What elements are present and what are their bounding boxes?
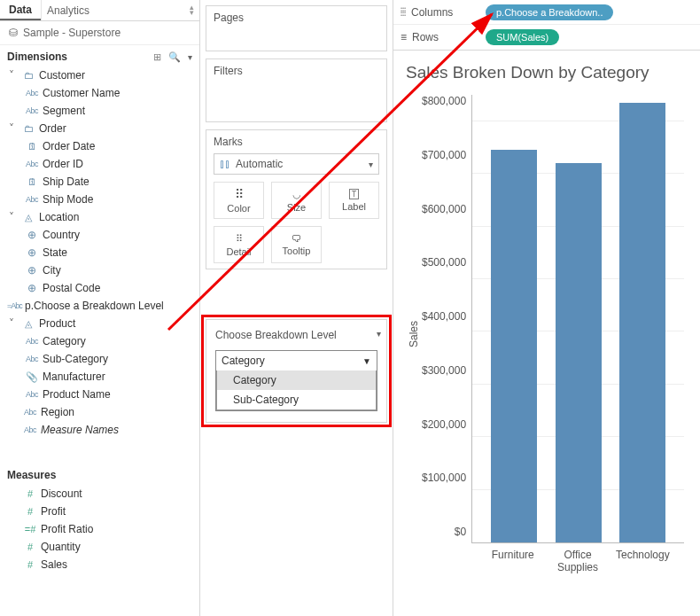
dimensions-tools: ⊞ 🔍	[153, 51, 192, 63]
dimensions-tree: ˅🗀Customer AbcCustomer Name AbcSegment ˅…	[0, 66, 199, 448]
label-icon: 🅃	[349, 189, 359, 199]
chart-plot[interactable]	[471, 95, 684, 543]
parameter-select[interactable]: Category ▼ Category Sub-Category	[215, 350, 377, 411]
dimensions-header: Dimensions ⊞ 🔍	[0, 45, 199, 66]
pages-card[interactable]: Pages	[206, 5, 387, 51]
field-state[interactable]: ⊕State	[4, 244, 196, 261]
field-ship-mode[interactable]: AbcShip Mode	[4, 191, 196, 208]
chevron-down-icon: ▼	[362, 356, 371, 366]
filters-title: Filters	[214, 65, 379, 77]
field-city[interactable]: ⊕City	[4, 261, 196, 279]
field-postal-code[interactable]: ⊕Postal Code	[4, 279, 196, 297]
data-pane-tabs: Data Analytics ▴▾	[0, 0, 199, 21]
detail-icon: ⠿	[236, 233, 243, 245]
field-measure-names[interactable]: AbcMeasure Names	[4, 421, 196, 439]
x-axis-ticks: FurnitureOffice SuppliesTechnology	[471, 543, 684, 573]
marks-tooltip-button[interactable]: 🗨Tooltip	[271, 226, 322, 263]
chevron-down-icon	[369, 158, 373, 170]
y-axis-ticks: $800,000$700,000$600,000 $500,000$400,00…	[422, 95, 471, 538]
menu-icon[interactable]	[188, 51, 192, 63]
parameter-option-category[interactable]: Category	[217, 370, 376, 390]
tooltip-icon: 🗨	[292, 233, 301, 244]
parameter-title: Choose Breakdown Level	[215, 329, 377, 341]
chart-bar[interactable]	[619, 103, 665, 542]
parameter-options-list: Category Sub-Category	[216, 370, 377, 410]
pages-title: Pages	[214, 12, 379, 24]
measures-tree: #Discount #Profit =#Profit Ratio #Quanti…	[0, 485, 199, 582]
datasource-row[interactable]: ⛁ Sample - Superstore	[0, 21, 199, 45]
rows-shelf[interactable]: ≡Rows SUM(Sales)	[393, 25, 700, 50]
search-icon[interactable]: 🔍	[168, 51, 181, 63]
datasource-name: Sample - Superstore	[23, 27, 121, 39]
field-profit[interactable]: #Profit	[4, 503, 196, 520]
columns-icon: ⦙⦙⦙	[401, 6, 406, 19]
chart-bar[interactable]	[556, 163, 602, 542]
field-discount[interactable]: #Discount	[4, 485, 196, 503]
viz-title: Sales Broken Down by Category	[406, 63, 684, 82]
rows-pill[interactable]: SUM(Sales)	[486, 29, 559, 45]
mark-type-select[interactable]: ⫿⫿ Automatic	[214, 153, 379, 175]
field-order-date[interactable]: 🗓Order Date	[4, 137, 196, 155]
field-ship-date[interactable]: 🗓Ship Date	[4, 173, 196, 191]
view-toggle-icon[interactable]: ⊞	[153, 51, 161, 63]
folder-location[interactable]: ˅◬Location	[4, 208, 196, 226]
rows-icon: ≡	[401, 31, 407, 43]
marks-detail-button[interactable]: ⠿Detail	[214, 226, 264, 263]
field-param-calc[interactable]: =Abcp.Choose a Breakdown Level	[4, 297, 196, 315]
field-manufacturer[interactable]: 📎Manufacturer	[4, 368, 196, 386]
tab-data[interactable]: Data	[0, 0, 41, 20]
marks-size-button[interactable]: ◡Size	[271, 182, 322, 219]
measures-header: Measures	[0, 464, 199, 485]
dimensions-title: Dimensions	[7, 51, 67, 63]
cards-pane: Pages Filters Marks ⫿⫿ Automatic ⠿Color …	[200, 0, 393, 616]
field-product-name[interactable]: AbcProduct Name	[4, 386, 196, 403]
measures-title: Measures	[7, 469, 56, 481]
field-segment[interactable]: AbcSegment	[4, 102, 196, 120]
field-country[interactable]: ⊕Country	[4, 226, 196, 244]
card-menu-icon[interactable]	[377, 327, 381, 339]
marks-label-button[interactable]: 🅃Label	[329, 182, 379, 219]
marks-card: Marks ⫿⫿ Automatic ⠿Color ◡Size 🅃Label ⠿…	[206, 129, 387, 269]
worksheet-pane: ⦙⦙⦙Columns p.Choose a Breakdown.. ≡Rows …	[393, 0, 700, 616]
columns-shelf[interactable]: ⦙⦙⦙Columns p.Choose a Breakdown..	[393, 0, 700, 25]
field-profit-ratio[interactable]: =#Profit Ratio	[4, 520, 196, 538]
filters-card[interactable]: Filters	[206, 58, 387, 122]
folder-customer[interactable]: ˅🗀Customer	[4, 66, 196, 84]
chart: Sales $800,000$700,000$600,000 $500,000$…	[406, 95, 684, 573]
bar-icon: ⫿⫿	[220, 158, 230, 170]
size-icon: ◡	[292, 189, 301, 200]
field-customer-name[interactable]: AbcCustomer Name	[4, 84, 196, 102]
chart-bar[interactable]	[491, 150, 537, 542]
data-pane: Data Analytics ▴▾ ⛁ Sample - Superstore …	[0, 0, 200, 616]
columns-label: Columns	[411, 6, 453, 19]
marks-title: Marks	[214, 136, 379, 148]
y-axis-label: Sales	[406, 95, 422, 573]
field-sales[interactable]: #Sales	[4, 556, 196, 573]
rows-label: Rows	[412, 31, 439, 43]
field-quantity[interactable]: #Quantity	[4, 538, 196, 556]
tab-analytics[interactable]: Analytics ▴▾	[41, 0, 199, 20]
folder-product[interactable]: ˅◬Product	[4, 315, 196, 332]
parameter-selected-value: Category	[222, 355, 265, 367]
parameter-option-subcategory[interactable]: Sub-Category	[217, 390, 376, 409]
mark-type-label: Automatic	[236, 158, 283, 170]
columns-pill[interactable]: p.Choose a Breakdown..	[486, 4, 613, 20]
tab-analytics-label: Analytics	[47, 4, 89, 17]
marks-color-button[interactable]: ⠿Color	[214, 182, 264, 219]
field-sub-category[interactable]: AbcSub-Category	[4, 350, 196, 368]
sort-updown-icon: ▴▾	[190, 5, 194, 15]
datasource-icon: ⛁	[9, 27, 18, 39]
parameter-control-card: Choose Breakdown Level Category ▼ Catego…	[206, 319, 387, 423]
field-region[interactable]: AbcRegion	[4, 403, 196, 421]
field-order-id[interactable]: AbcOrder ID	[4, 155, 196, 173]
field-category[interactable]: AbcCategory	[4, 332, 196, 350]
viz-area: Sales Broken Down by Category Sales $800…	[393, 51, 700, 616]
shelves: ⦙⦙⦙Columns p.Choose a Breakdown.. ≡Rows …	[393, 0, 700, 51]
color-icon: ⠿	[235, 187, 244, 201]
folder-order[interactable]: ˅🗀Order	[4, 120, 196, 137]
